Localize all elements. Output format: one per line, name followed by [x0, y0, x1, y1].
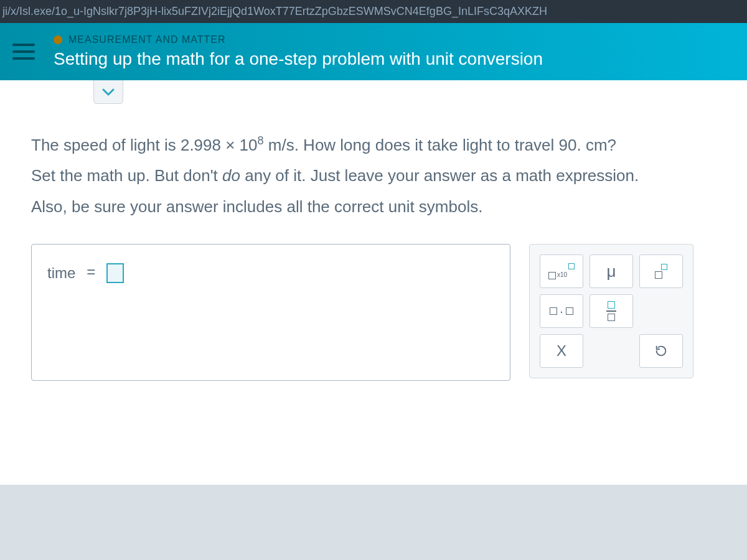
clear-button[interactable]: X — [540, 334, 583, 368]
mu-button[interactable]: μ — [590, 254, 633, 288]
address-bar: ji/x/Isl.exe/1o_u-IgNslkr7j8P3jH-lix5uFZ… — [0, 0, 747, 23]
answer-label: time — [47, 263, 75, 282]
content-area: The speed of light is 2.998 × 108 m/s. H… — [0, 80, 747, 485]
category-bullet-icon — [54, 35, 62, 44]
multiply-button[interactable]: · — [540, 294, 583, 328]
empty-cell — [590, 334, 633, 368]
fraction-button[interactable] — [590, 294, 633, 328]
empty-cell — [639, 294, 683, 328]
module-header: MEASUREMENT AND MATTER Setting up the ma… — [0, 23, 747, 80]
reset-icon — [654, 344, 668, 358]
category-label: MEASUREMENT AND MATTER — [54, 34, 543, 45]
superscript-button[interactable] — [639, 254, 683, 288]
hamburger-menu-icon[interactable] — [12, 44, 35, 60]
answer-box[interactable]: time = — [31, 244, 510, 381]
answer-input[interactable] — [106, 263, 124, 283]
dropdown-tab[interactable] — [93, 80, 123, 104]
reset-button[interactable] — [639, 334, 683, 368]
symbol-palette: x10 μ · — [529, 244, 693, 378]
chevron-down-icon — [102, 88, 115, 96]
question-text: The speed of light is 2.998 × 108 m/s. H… — [31, 130, 716, 222]
scientific-notation-button[interactable]: x10 — [540, 254, 583, 288]
page-title: Setting up the math for a one-step probl… — [54, 49, 543, 69]
equals-sign: = — [87, 263, 95, 281]
